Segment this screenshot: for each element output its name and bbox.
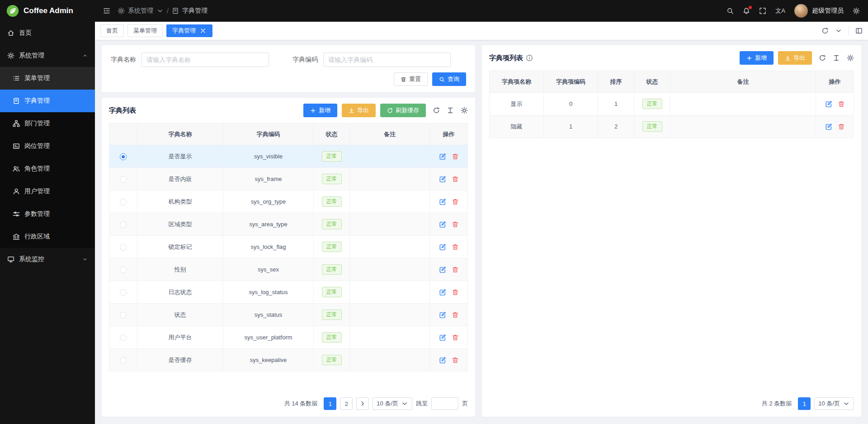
table-row[interactable]: 是否缓存 sys_keepalive 正常 <box>109 349 468 372</box>
sidebar-item-system-monitor[interactable]: 系统监控 <box>0 248 95 271</box>
export-button[interactable]: 导出 <box>342 104 376 117</box>
translate-icon[interactable]: 文A <box>775 7 785 15</box>
dict-item-header: 字典项列表 新增 导出 <box>489 45 854 71</box>
row-radio[interactable] <box>120 221 127 228</box>
delete-icon[interactable] <box>452 176 459 183</box>
edit-icon[interactable] <box>439 221 446 228</box>
delete-icon[interactable] <box>452 243 459 251</box>
sidebar-item-param-mgmt[interactable]: 参数管理 <box>0 203 95 225</box>
table-row[interactable]: 是否显示 sys_visible 正常 <box>109 145 468 168</box>
dict-name-input[interactable] <box>142 52 269 67</box>
table-row[interactable]: 用户平台 sys_user_platform 正常 <box>109 326 468 349</box>
add-item-button[interactable]: 新增 <box>740 51 774 65</box>
sidebar-item-user-mgmt[interactable]: 用户管理 <box>0 180 95 203</box>
notifications-button[interactable] <box>743 7 750 14</box>
fullscreen-icon[interactable] <box>759 7 766 14</box>
sidebar-item-home[interactable]: 首页 <box>0 22 95 44</box>
refresh-cache-button[interactable]: 刷新缓存 <box>380 104 426 117</box>
delete-icon[interactable] <box>452 221 459 228</box>
row-radio[interactable] <box>120 334 127 341</box>
next-page-button[interactable] <box>356 397 369 410</box>
settings-gear-icon[interactable] <box>853 7 860 14</box>
column-width-icon[interactable] <box>447 107 454 114</box>
page-1-button[interactable]: 1 <box>798 397 811 410</box>
table-settings-gear-icon[interactable] <box>461 107 468 114</box>
sidebar-item-dept-mgmt[interactable]: 部门管理 <box>0 112 95 135</box>
table-row[interactable]: 性别 sys_sex 正常 <box>109 258 468 281</box>
search-icon[interactable] <box>726 7 734 14</box>
table-row[interactable]: 状态 sys_status 正常 <box>109 304 468 326</box>
table-row[interactable]: 日志状态 sys_log_status 正常 <box>109 281 468 304</box>
edit-icon[interactable] <box>439 176 446 183</box>
row-radio[interactable] <box>120 199 127 205</box>
page-size-select[interactable]: 10 条/页 <box>373 397 412 410</box>
tab-dict-mgmt[interactable]: 字典管理 <box>166 24 212 37</box>
reset-button[interactable]: 重置 <box>394 72 428 86</box>
edit-icon[interactable] <box>439 153 446 160</box>
sidebar-item-dict-mgmt[interactable]: 字典管理 <box>0 90 95 112</box>
item-code-cell: 1 <box>544 115 598 138</box>
breadcrumb-system[interactable]: 系统管理 <box>128 7 153 15</box>
query-button[interactable]: 查询 <box>432 72 466 86</box>
info-icon[interactable] <box>526 54 533 62</box>
sidebar-item-region[interactable]: 行政区域 <box>0 225 95 248</box>
delete-icon[interactable] <box>452 289 459 296</box>
table-settings-gear-icon[interactable] <box>847 54 854 62</box>
app-logo[interactable]: Coffee Admin <box>0 0 95 22</box>
edit-icon[interactable] <box>439 198 446 205</box>
table-row[interactable]: 机构类型 sys_org_type 正常 <box>109 191 468 213</box>
delete-icon[interactable] <box>452 334 459 341</box>
delete-icon[interactable] <box>838 123 845 130</box>
column-header: 状态 <box>314 124 350 145</box>
tab-home[interactable]: 首页 <box>100 24 124 37</box>
edit-icon[interactable] <box>439 334 446 341</box>
sidebar-item-post-mgmt[interactable]: 岗位管理 <box>0 135 95 157</box>
edit-icon[interactable] <box>439 357 446 364</box>
table-row[interactable]: 是否内嵌 sys_frame 正常 <box>109 168 468 191</box>
edit-icon[interactable] <box>825 123 832 130</box>
row-radio[interactable] <box>120 267 127 273</box>
sidebar-item-system-mgmt[interactable]: 系统管理 <box>0 44 95 67</box>
user-menu[interactable]: 超级管理员 <box>794 4 844 18</box>
edit-icon[interactable] <box>439 289 446 296</box>
column-width-icon[interactable] <box>833 54 840 62</box>
refresh-icon[interactable] <box>433 107 440 114</box>
edit-icon[interactable] <box>439 311 446 319</box>
sidebar-item-menu-mgmt[interactable]: 菜单管理 <box>0 67 95 90</box>
edit-icon[interactable] <box>439 243 446 251</box>
table-row[interactable]: 锁定标记 sys_lock_flag 正常 <box>109 236 468 258</box>
jump-page-input[interactable] <box>431 397 458 410</box>
tab-menu-mgmt[interactable]: 菜单管理 <box>127 24 163 37</box>
delete-icon[interactable] <box>452 153 459 160</box>
page-1-button[interactable]: 1 <box>324 397 336 410</box>
edit-icon[interactable] <box>439 266 446 273</box>
sidebar-item-role-mgmt[interactable]: 角色管理 <box>0 157 95 180</box>
page-2-button[interactable]: 2 <box>340 397 353 410</box>
refresh-icon[interactable] <box>819 54 826 62</box>
menu-fold-icon[interactable] <box>103 7 110 14</box>
delete-icon[interactable] <box>452 311 459 319</box>
table-row[interactable]: 显示 0 1 正常 <box>490 93 854 115</box>
row-radio[interactable] <box>120 244 127 251</box>
chevron-down-icon[interactable] <box>835 27 842 34</box>
row-radio[interactable] <box>120 357 127 364</box>
row-radio[interactable] <box>120 289 127 296</box>
row-radio[interactable] <box>120 312 127 319</box>
export-item-button[interactable]: 导出 <box>778 51 812 65</box>
delete-icon[interactable] <box>838 100 845 108</box>
delete-icon[interactable] <box>452 266 459 273</box>
add-button[interactable]: 新增 <box>303 104 337 117</box>
delete-icon[interactable] <box>452 357 459 364</box>
close-icon[interactable] <box>199 27 207 34</box>
table-row[interactable]: 区域类型 sys_area_type 正常 <box>109 213 468 236</box>
dict-code-input[interactable] <box>323 52 451 67</box>
page-size-select[interactable]: 10 条/页 <box>814 397 854 410</box>
username: 超级管理员 <box>812 7 844 15</box>
table-row[interactable]: 隐藏 1 2 正常 <box>490 115 854 138</box>
refresh-icon[interactable] <box>821 27 829 34</box>
delete-icon[interactable] <box>452 198 459 205</box>
edit-icon[interactable] <box>825 100 832 108</box>
row-radio[interactable] <box>120 153 127 160</box>
row-radio[interactable] <box>120 176 127 183</box>
layout-icon[interactable] <box>855 27 863 34</box>
